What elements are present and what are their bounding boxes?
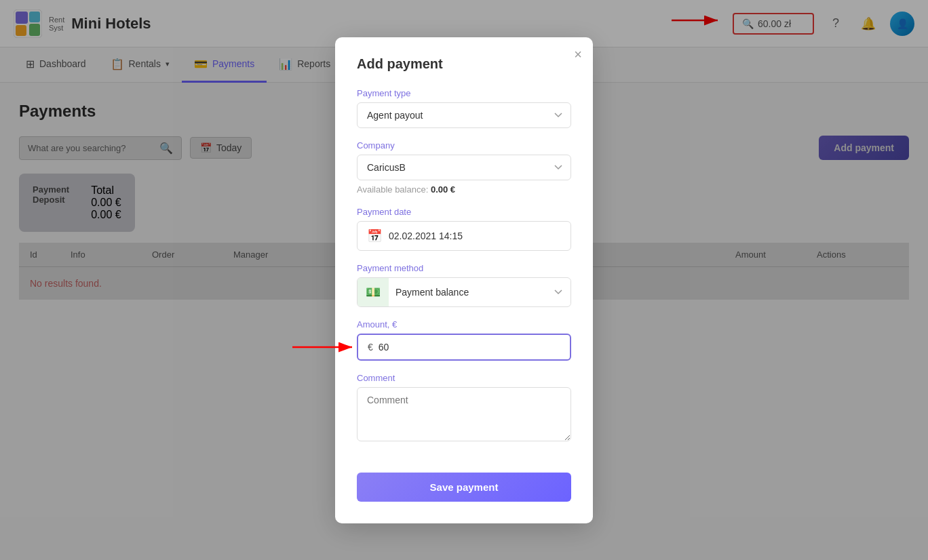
payment-method-select[interactable]: Payment balance (389, 280, 571, 304)
payment-type-group: Payment type Agent payout (357, 88, 571, 128)
payment-type-select[interactable]: Agent payout (357, 102, 571, 128)
payment-date-label: Payment date (357, 207, 571, 217)
payment-method-wrap: 💵 Payment balance (357, 277, 571, 307)
payment-date-input[interactable]: 📅 02.02.2021 14:15 (357, 221, 571, 251)
payment-method-icon: 💵 (357, 278, 389, 306)
calendar-icon-modal: 📅 (367, 228, 382, 243)
available-balance: Available balance: 0.00 € (357, 184, 571, 195)
payment-method-label: Payment method (357, 263, 571, 273)
payment-date-group: Payment date 📅 02.02.2021 14:15 (357, 207, 571, 251)
modal-overlay: Add payment × Payment type Agent payout … (0, 0, 928, 319)
payment-date-value: 02.02.2021 14:15 (389, 231, 463, 241)
company-group: Company CaricusB Available balance: 0.00… (357, 140, 571, 195)
modal-close-button[interactable]: × (574, 47, 582, 62)
payment-method-group: Payment method 💵 Payment balance (357, 263, 571, 307)
payment-type-label: Payment type (357, 88, 571, 98)
company-label: Company (357, 140, 571, 151)
company-select[interactable]: CaricusB (357, 155, 571, 180)
add-payment-modal: Add payment × Payment type Agent payout … (335, 37, 593, 319)
modal-title: Add payment (357, 56, 571, 72)
